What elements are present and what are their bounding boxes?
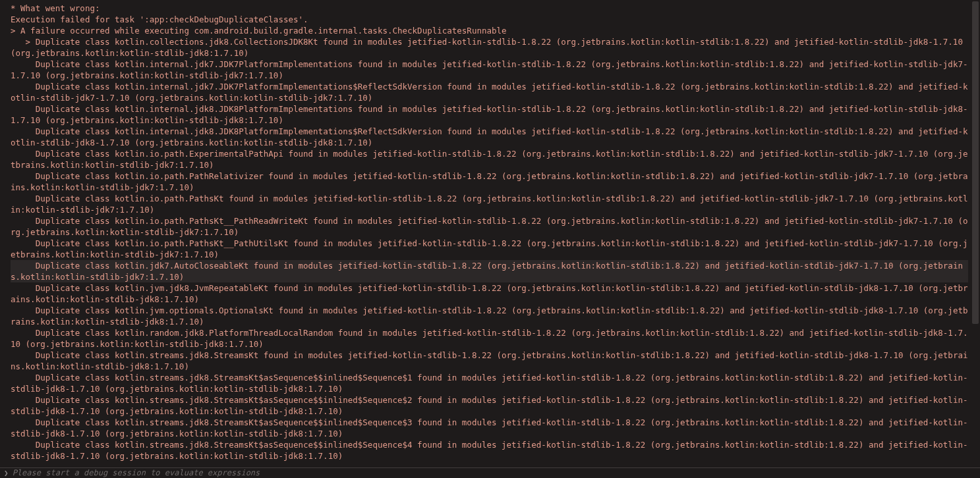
log-line: Duplicate class kotlin.internal.jdk8.JDK… — [11, 126, 968, 148]
scrollbar-track[interactable] — [971, 0, 980, 467]
scrollbar-thumb[interactable] — [972, 1, 979, 324]
log-line: Duplicate class kotlin.streams.jdk8.Stre… — [11, 372, 968, 394]
log-line: Execution failed for task ':app:checkDeb… — [11, 14, 968, 25]
log-line: Duplicate class kotlin.io.path.PathRelat… — [11, 171, 968, 193]
log-line: Duplicate class kotlin.jvm.jdk8.JvmRepea… — [11, 282, 968, 305]
log-line: > A failure occurred while executing com… — [11, 25, 968, 36]
log-line: Duplicate class kotlin.streams.jdk8.Stre… — [11, 417, 968, 439]
log-line: Duplicate class kotlin.io.path.PathsKt f… — [11, 193, 968, 215]
chevron-right-icon: ❯ — [4, 467, 9, 478]
log-line: Duplicate class kotlin.internal.jdk7.JDK… — [11, 81, 968, 103]
log-line: Duplicate class kotlin.jdk7.AutoCloseabl… — [11, 260, 968, 282]
log-line: Duplicate class kotlin.streams.jdk8.Stre… — [11, 350, 968, 372]
log-line: Duplicate class kotlin.io.path.PathsKt__… — [11, 215, 968, 238]
log-line: Duplicate class kotlin.streams.jdk8.Stre… — [11, 439, 968, 462]
log-line: * What went wrong: — [11, 3, 968, 14]
log-line: Duplicate class kotlin.random.jdk8.Platf… — [11, 327, 968, 350]
log-line: Duplicate class kotlin.streams.jdk8.Stre… — [11, 394, 968, 417]
log-line: Duplicate class kotlin.io.path.PathsKt__… — [11, 238, 968, 260]
evaluate-expression-bar[interactable]: ❯ Please start a debug session to evalua… — [0, 467, 980, 478]
log-line: Duplicate class kotlin.internal.jdk8.JDK… — [11, 103, 968, 126]
log-line: > Duplicate class kotlin.collections.jdk… — [11, 36, 968, 59]
log-line: Duplicate class kotlin.jvm.optionals.Opt… — [11, 305, 968, 327]
build-log-output[interactable]: * What went wrong:Execution failed for t… — [0, 0, 971, 467]
log-line: Duplicate class kotlin.io.path.Experimen… — [11, 148, 968, 171]
log-line: Duplicate class kotlin.internal.jdk7.JDK… — [11, 59, 968, 81]
evaluate-placeholder: Please start a debug session to evaluate… — [13, 467, 260, 478]
